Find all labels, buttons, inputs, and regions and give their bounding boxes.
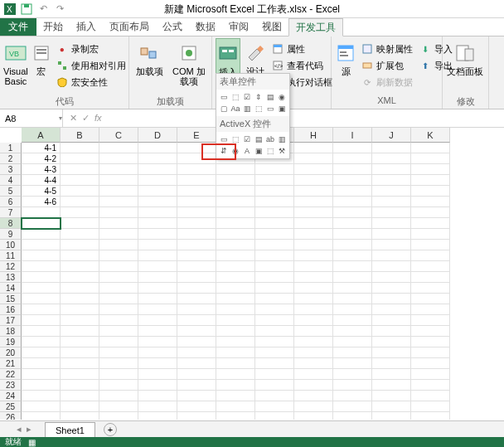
cell[interactable] [411, 304, 450, 315]
cell[interactable] [255, 347, 294, 358]
cell[interactable] [61, 164, 99, 175]
row-header[interactable]: 7 [0, 207, 22, 218]
row-header[interactable]: 17 [0, 315, 22, 326]
cell[interactable] [216, 229, 255, 240]
record-macro-button[interactable]: ●录制宏 [55, 41, 128, 56]
cell[interactable] [294, 294, 333, 304]
cell[interactable] [372, 347, 411, 358]
cell[interactable] [411, 164, 450, 175]
row-header[interactable]: 12 [0, 261, 22, 272]
cell[interactable] [138, 261, 177, 272]
cell[interactable] [61, 197, 99, 207]
cell[interactable] [294, 186, 333, 197]
cell[interactable] [177, 175, 216, 186]
cell[interactable] [22, 218, 61, 229]
cell[interactable] [372, 240, 411, 250]
cell[interactable] [22, 391, 61, 401]
cell[interactable] [138, 337, 177, 347]
cell[interactable] [411, 347, 450, 358]
cell[interactable] [61, 401, 99, 412]
cell[interactable] [61, 369, 99, 380]
cell[interactable] [177, 207, 216, 218]
cell[interactable] [99, 315, 138, 326]
cell[interactable] [294, 326, 333, 337]
cell[interactable] [177, 401, 216, 412]
cell[interactable] [99, 347, 138, 358]
cell[interactable] [99, 229, 138, 240]
form-checkbox-icon[interactable]: ☑ [241, 91, 253, 103]
row-header[interactable]: 3 [0, 164, 22, 175]
cell[interactable] [138, 197, 177, 207]
cell[interactable] [177, 347, 216, 358]
cell[interactable] [333, 391, 372, 401]
row-header[interactable]: 19 [0, 337, 22, 347]
name-box[interactable]: A8 ▾ [0, 109, 63, 127]
column-header[interactable]: B [61, 128, 99, 143]
ax-spin-icon[interactable]: ⇵ [218, 145, 230, 157]
cell[interactable] [372, 304, 411, 315]
cell[interactable] [138, 283, 177, 294]
cell[interactable] [22, 337, 61, 347]
file-tab[interactable]: 文件 [0, 17, 36, 36]
cell[interactable] [138, 358, 177, 369]
row-header[interactable]: 13 [0, 272, 22, 283]
row-header[interactable]: 15 [0, 294, 22, 304]
sheet-prev-icon[interactable]: ◂ [17, 424, 22, 435]
cell[interactable] [255, 304, 294, 315]
cell[interactable] [61, 304, 99, 315]
enter-icon[interactable]: ✓ [82, 113, 90, 124]
cell[interactable] [372, 153, 411, 164]
view-code-button[interactable]: </>查看代码 [270, 58, 334, 73]
cell[interactable] [99, 240, 138, 250]
form-spin-icon[interactable]: ⇕ [253, 91, 264, 103]
cell[interactable] [411, 337, 450, 347]
cell[interactable] [138, 207, 177, 218]
cell[interactable] [294, 218, 333, 229]
cell[interactable] [372, 229, 411, 240]
cell[interactable] [294, 197, 333, 207]
cell[interactable] [294, 164, 333, 175]
form-combo2-icon[interactable]: ▭ [264, 103, 276, 114]
cell[interactable] [216, 294, 255, 304]
row-header[interactable]: 4 [0, 175, 22, 186]
cell[interactable] [61, 272, 99, 283]
cell[interactable] [216, 164, 255, 175]
cell[interactable] [61, 207, 99, 218]
cell[interactable] [177, 337, 216, 347]
cell[interactable]: 4-3 [22, 164, 61, 175]
cell[interactable] [22, 294, 61, 304]
cell[interactable] [216, 347, 255, 358]
row-header[interactable]: 18 [0, 326, 22, 337]
cell[interactable] [294, 207, 333, 218]
cell[interactable] [411, 401, 450, 412]
formula-input[interactable] [109, 113, 504, 124]
cell[interactable] [333, 326, 372, 337]
ax-label-icon[interactable]: A [241, 145, 253, 157]
cell[interactable] [22, 229, 61, 240]
cell[interactable] [333, 261, 372, 272]
cell[interactable] [372, 391, 411, 401]
cell[interactable] [255, 337, 294, 347]
cell[interactable] [61, 412, 99, 420]
tab-insert[interactable]: 插入 [70, 17, 103, 36]
ax-checkbox-icon[interactable]: ☑ [241, 134, 253, 145]
cell[interactable] [99, 261, 138, 272]
tab-developer[interactable]: 开发工具 [288, 18, 343, 36]
cell[interactable] [255, 391, 294, 401]
row-header[interactable]: 9 [0, 229, 22, 240]
cell[interactable] [61, 347, 99, 358]
cell[interactable] [333, 412, 372, 420]
cell[interactable] [99, 391, 138, 401]
addins-button[interactable]: 加载项 [133, 38, 167, 76]
cell[interactable] [99, 164, 138, 175]
cell[interactable] [294, 347, 333, 358]
cell[interactable] [216, 369, 255, 380]
cell[interactable] [372, 380, 411, 391]
cell[interactable] [22, 412, 61, 420]
cell[interactable]: 4-2 [22, 153, 61, 164]
tab-formulas[interactable]: 公式 [156, 17, 189, 36]
cell[interactable] [61, 186, 99, 197]
cell[interactable] [411, 186, 450, 197]
cell[interactable] [294, 153, 333, 164]
cell[interactable] [216, 175, 255, 186]
